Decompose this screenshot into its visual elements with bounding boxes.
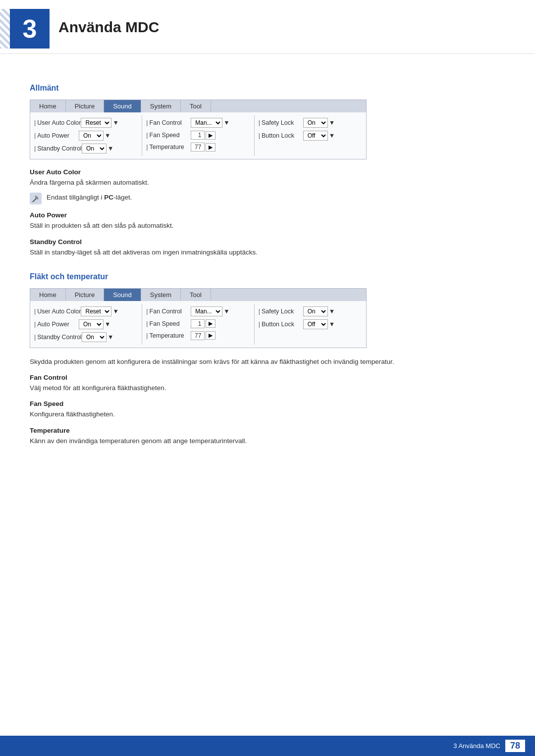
dropdown-arrow-icon: ▼ <box>329 321 335 328</box>
row-temperature-2: Temperature 77 ▶ <box>146 330 250 342</box>
note-text: Endast tillgängligt i PC-läget. <box>47 193 132 201</box>
main-content: Allmänt Home Picture Sound System Tool U… <box>0 54 535 481</box>
auto-power-select-2[interactable]: OnOff <box>79 319 104 329</box>
user-auto-color-heading: User Auto Color <box>30 168 505 176</box>
tab-tool[interactable]: Tool <box>181 100 211 112</box>
panel2-col2: Fan Control Man...Auto ▼ Fan Speed 1 ▶ <box>142 303 254 346</box>
dropdown-arrow-icon: ▼ <box>329 132 335 139</box>
row-button-lock-2: Button Lock OffOn ▼ <box>259 318 362 331</box>
panel1-body: User Auto Color Reset ▼ Auto Power OnOff <box>30 112 366 159</box>
fan-control-select-1[interactable]: Man...Auto <box>191 118 222 128</box>
dropdown-arrow-icon: ▼ <box>107 334 113 341</box>
chapter-header: 3 Använda MDC <box>0 0 535 54</box>
tab-sound[interactable]: Sound <box>104 100 141 112</box>
dropdown-arrow-icon: ▼ <box>105 132 110 139</box>
row-user-auto-color-2: User Auto Color Reset ▼ <box>34 305 138 318</box>
row-fan-control-1: Fan Control Man...Auto ▼ <box>146 116 250 129</box>
note-icon <box>30 193 42 204</box>
dropdown-arrow-icon: ▼ <box>223 119 229 126</box>
fan-control-para: Välj metod för att konfigurera fläkthast… <box>30 383 505 393</box>
user-auto-color-select-1[interactable]: Reset <box>81 118 111 128</box>
panel2-col1: User Auto Color Reset ▼ Auto Power OnOff <box>30 303 142 346</box>
row-temperature-1: Temperature 77 ▶ <box>146 141 250 153</box>
tab2-system[interactable]: System <box>141 289 181 301</box>
row-fan-speed-1: Fan Speed 1 ▶ <box>146 129 250 141</box>
dropdown-arrow-icon: ▼ <box>107 145 113 152</box>
note-box: Endast tillgängligt i PC-läget. <box>30 193 505 204</box>
fan-speed-heading: Fan Speed <box>30 400 505 407</box>
tab2-home[interactable]: Home <box>30 289 66 301</box>
dropdown-arrow-icon: ▼ <box>112 119 118 126</box>
tab2-tool[interactable]: Tool <box>181 289 211 301</box>
row-auto-power-2: Auto Power OnOff ▼ <box>34 318 138 331</box>
panel1: Home Picture Sound System Tool User Auto… <box>30 100 367 159</box>
page-footer: 3 Använda MDC 78 <box>0 736 535 756</box>
standby-control-select-2[interactable]: OnOff <box>82 332 107 342</box>
section2-heading: Fläkt och temperatur <box>30 272 505 281</box>
fan-control-heading: Fan Control <box>30 374 505 381</box>
svg-rect-0 <box>33 198 37 202</box>
row-fan-speed-2: Fan Speed 1 ▶ <box>146 318 250 330</box>
tab-system[interactable]: System <box>141 100 181 112</box>
panel1-col2: Fan Control Man...Auto ▼ Fan Speed 1 ▶ <box>142 114 254 157</box>
row-button-lock-1: Button Lock OffOn ▼ <box>259 129 362 142</box>
user-auto-color-para: Ändra färgerna på skärmen automatiskt. <box>30 178 505 188</box>
chapter-title: Använda MDC <box>58 9 159 36</box>
panel1-col1: User Auto Color Reset ▼ Auto Power OnOff <box>30 114 142 157</box>
temperature-para: Känn av den invändiga temperaturen genom… <box>30 436 505 446</box>
dropdown-arrow-icon: ▼ <box>223 308 229 315</box>
row-auto-power-1: Auto Power OnOff ▼ <box>34 129 138 142</box>
footer-page-number: 78 <box>505 740 525 752</box>
auto-power-heading: Auto Power <box>30 211 505 219</box>
section1-heading: Allmänt <box>30 84 505 93</box>
row-standby-control-2: Standby Control OnOff ▼ <box>34 331 138 344</box>
auto-power-select-1[interactable]: OnOff <box>79 131 104 141</box>
fan-speed-nav-2[interactable]: ▶ <box>206 319 215 328</box>
row-user-auto-color-1: User Auto Color Reset ▼ <box>34 116 138 129</box>
chapter-number: 3 <box>10 9 50 49</box>
pencil-icon <box>32 195 40 202</box>
dropdown-arrow-icon: ▼ <box>329 308 335 315</box>
section2-intro-para: Skydda produkten genom att konfigurera d… <box>30 357 505 367</box>
fan-control-select-2[interactable]: Man...Auto <box>191 306 222 316</box>
row-safety-lock-2: Safety Lock OnOff ▼ <box>259 305 362 318</box>
safety-lock-select-2[interactable]: OnOff <box>303 306 328 316</box>
button-lock-select-2[interactable]: OffOn <box>303 319 328 329</box>
panel2-col3: Safety Lock OnOff ▼ Button Lock OffOn <box>255 303 366 346</box>
tab2-sound[interactable]: Sound <box>104 289 141 301</box>
safety-lock-select-1[interactable]: OnOff <box>303 118 328 128</box>
row-fan-control-2: Fan Control Man...Auto ▼ <box>146 305 250 318</box>
panel1-col3: Safety Lock OnOff ▼ Button Lock OffOn <box>255 114 366 157</box>
tab2-picture[interactable]: Picture <box>66 289 104 301</box>
fan-speed-para: Konfigurera fläkthastigheten. <box>30 409 505 419</box>
dropdown-arrow-icon: ▼ <box>112 308 118 315</box>
standby-control-para: Ställ in standby-läget så att det aktive… <box>30 248 505 257</box>
temperature-nav-2[interactable]: ▶ <box>206 331 215 340</box>
dropdown-arrow-icon: ▼ <box>329 119 335 126</box>
tab-picture[interactable]: Picture <box>66 100 104 112</box>
panel2-body: User Auto Color Reset ▼ Auto Power OnOff <box>30 301 366 348</box>
panel2: Home Picture Sound System Tool User Auto… <box>30 288 367 348</box>
tab-home[interactable]: Home <box>30 100 66 112</box>
standby-control-select-1[interactable]: OnOff <box>82 144 107 153</box>
user-auto-color-select-2[interactable]: Reset <box>81 306 111 316</box>
row-standby-control-1: Standby Control OnOff ▼ <box>34 142 138 155</box>
temperature-nav-1[interactable]: ▶ <box>206 143 215 151</box>
auto-power-para: Ställ in produkten så att den slås på au… <box>30 221 505 231</box>
button-lock-select-1[interactable]: OffOn <box>303 131 328 141</box>
footer-text: 3 Använda MDC <box>453 742 500 750</box>
dropdown-arrow-icon: ▼ <box>105 321 110 328</box>
temperature-heading: Temperature <box>30 427 505 434</box>
row-safety-lock-1: Safety Lock OnOff ▼ <box>259 116 362 129</box>
fan-speed-nav-1[interactable]: ▶ <box>206 131 215 140</box>
panel2-tabs: Home Picture Sound System Tool <box>30 289 366 301</box>
panel1-tabs: Home Picture Sound System Tool <box>30 100 366 112</box>
standby-control-heading: Standby Control <box>30 238 505 246</box>
